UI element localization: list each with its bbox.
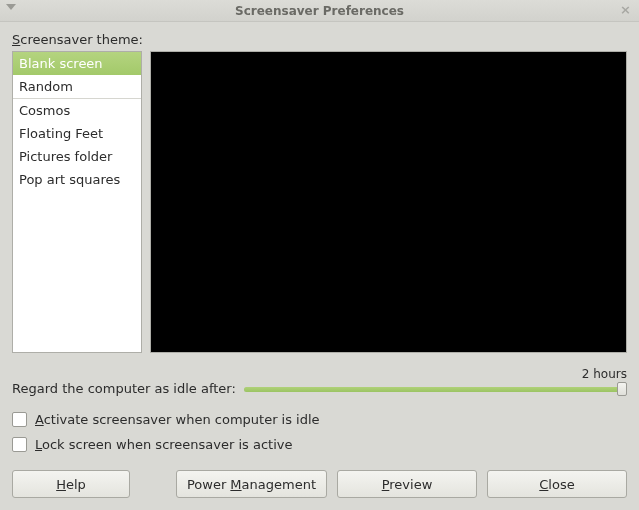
- help-access-key: H: [56, 477, 66, 492]
- theme-item-label: Random: [19, 79, 73, 94]
- button-row: Help Power Management Preview Close: [12, 470, 627, 498]
- theme-item-cosmos[interactable]: Cosmos: [13, 99, 141, 122]
- idle-section: 2 hours Regard the computer as idle afte…: [12, 367, 627, 396]
- idle-value-text: 2 hours: [582, 367, 627, 381]
- theme-row: Blank screen Random Cosmos Floating Feet…: [12, 51, 627, 353]
- theme-item-pop-art-squares[interactable]: Pop art squares: [13, 168, 141, 191]
- close-icon[interactable]: ×: [620, 2, 631, 17]
- idle-label: Regard the computer as idle after:: [12, 381, 236, 396]
- slider-thumb[interactable]: [617, 382, 627, 396]
- lock-checkbox[interactable]: [12, 437, 27, 452]
- lock-label: Lock screen when screensaver is active: [35, 437, 293, 452]
- activate-label: Activate screensaver when computer is id…: [35, 412, 320, 427]
- power-access-key: M: [230, 477, 241, 492]
- activate-label-text: ctivate screensaver when computer is idl…: [44, 412, 320, 427]
- theme-label-text: creensaver theme:: [20, 32, 143, 47]
- menu-indicator-icon[interactable]: [6, 4, 16, 10]
- theme-item-label: Floating Feet: [19, 126, 103, 141]
- help-button[interactable]: Help: [12, 470, 130, 498]
- lock-checkbox-row[interactable]: Lock screen when screensaver is active: [12, 437, 627, 452]
- activate-checkbox[interactable]: [12, 412, 27, 427]
- theme-item-pictures-folder[interactable]: Pictures folder: [13, 145, 141, 168]
- close-button[interactable]: Close: [487, 470, 627, 498]
- theme-label: Screensaver theme:: [12, 32, 627, 47]
- close-access-key: C: [539, 477, 548, 492]
- theme-item-label: Pictures folder: [19, 149, 112, 164]
- lock-label-text: ock screen when screensaver is active: [42, 437, 293, 452]
- theme-item-random[interactable]: Random: [13, 75, 141, 98]
- theme-item-label: Cosmos: [19, 103, 70, 118]
- activate-access-key: A: [35, 412, 44, 427]
- theme-list[interactable]: Blank screen Random Cosmos Floating Feet…: [12, 51, 142, 353]
- theme-item-label: Blank screen: [19, 56, 103, 71]
- close-button-text: lose: [548, 477, 574, 492]
- preview-button-text: review: [389, 477, 432, 492]
- button-spacer: [140, 470, 166, 498]
- preview-button[interactable]: Preview: [337, 470, 477, 498]
- power-post-text: anagement: [242, 477, 316, 492]
- slider-fill: [244, 387, 619, 392]
- content-area: Screensaver theme: Blank screen Random C…: [0, 22, 639, 510]
- screensaver-preview: [150, 51, 627, 353]
- window-title: Screensaver Preferences: [235, 4, 404, 18]
- lock-access-key: L: [35, 437, 42, 452]
- theme-item-floating-feet[interactable]: Floating Feet: [13, 122, 141, 145]
- idle-slider[interactable]: [244, 382, 627, 396]
- help-button-text: elp: [66, 477, 86, 492]
- window-titlebar: Screensaver Preferences ×: [0, 0, 639, 22]
- theme-item-label: Pop art squares: [19, 172, 120, 187]
- power-pre-text: Power: [187, 477, 230, 492]
- theme-item-blank-screen[interactable]: Blank screen: [13, 52, 141, 75]
- power-management-button[interactable]: Power Management: [176, 470, 327, 498]
- activate-checkbox-row[interactable]: Activate screensaver when computer is id…: [12, 412, 627, 427]
